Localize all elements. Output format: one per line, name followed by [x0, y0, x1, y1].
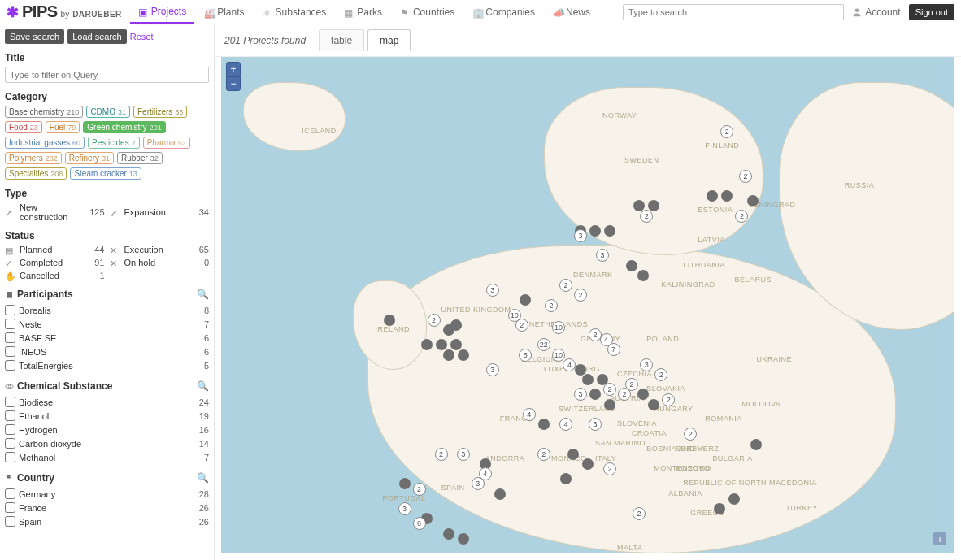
project-marker[interactable]	[520, 294, 531, 306]
project-marker[interactable]	[728, 493, 740, 505]
project-marker[interactable]	[458, 349, 469, 361]
cluster-marker[interactable]: 2	[545, 299, 558, 312]
participant-row[interactable]: BASF SE6	[5, 331, 209, 345]
project-marker[interactable]	[714, 503, 725, 514]
project-marker[interactable]	[747, 195, 759, 206]
country-checkbox[interactable]	[5, 488, 15, 499]
signout-button[interactable]: Sign out	[909, 4, 954, 20]
category-chip-food[interactable]: Food23	[5, 121, 42, 133]
participant-row[interactable]: Borealis8	[5, 303, 209, 317]
project-marker[interactable]	[637, 270, 649, 281]
cluster-marker[interactable]: 2	[603, 462, 616, 475]
project-marker[interactable]	[604, 225, 615, 237]
project-marker[interactable]	[582, 458, 594, 470]
cluster-marker[interactable]: 2	[625, 378, 638, 391]
cluster-marker[interactable]: 3	[640, 358, 653, 371]
cluster-marker[interactable]: 2	[739, 170, 752, 183]
project-marker[interactable]	[648, 399, 659, 410]
project-marker[interactable]	[560, 473, 572, 484]
project-marker[interactable]	[450, 319, 462, 331]
cluster-marker[interactable]: 2	[684, 428, 697, 441]
project-marker[interactable]	[384, 315, 395, 326]
substance-checkbox[interactable]	[5, 452, 15, 462]
cluster-marker[interactable]: 2	[720, 125, 733, 138]
cluster-marker[interactable]: 22	[537, 338, 550, 351]
nav-parks[interactable]: ▦Parks	[336, 2, 390, 23]
cluster-marker[interactable]: 2	[640, 210, 653, 223]
type-new-construction[interactable]: New construction	[20, 202, 80, 222]
project-marker[interactable]	[626, 260, 637, 271]
brand[interactable]: ✱ PIPS by DARUEBER	[7, 2, 122, 21]
project-marker[interactable]	[436, 339, 447, 350]
participant-checkbox[interactable]	[5, 305, 15, 315]
cluster-marker[interactable]: 3	[457, 448, 470, 461]
cluster-marker[interactable]: 3	[596, 249, 609, 262]
cluster-marker[interactable]: 3	[574, 388, 587, 401]
cluster-marker[interactable]: 2	[633, 507, 646, 520]
account-link[interactable]: Account	[852, 7, 900, 18]
cluster-marker[interactable]: 2	[559, 279, 572, 292]
status-completed[interactable]: Completed	[20, 258, 80, 267]
project-marker[interactable]	[721, 190, 733, 202]
project-marker[interactable]	[450, 339, 462, 350]
project-marker[interactable]	[707, 190, 718, 202]
project-marker[interactable]	[421, 339, 433, 350]
category-chip-rubber[interactable]: Rubber32	[117, 152, 163, 164]
cluster-marker[interactable]: 2	[435, 448, 448, 461]
cluster-marker[interactable]: 2	[413, 483, 426, 496]
cluster-marker[interactable]: 3	[574, 229, 587, 242]
map-info-button[interactable]: i	[933, 532, 946, 545]
cluster-marker[interactable]: 3	[398, 502, 411, 515]
cluster-marker[interactable]: 3	[486, 284, 499, 297]
nav-countries[interactable]: ⚑Countries	[392, 2, 463, 23]
type-expansion[interactable]: Expansion	[124, 207, 185, 217]
reset-link[interactable]: Reset	[130, 32, 154, 41]
status-cancelled[interactable]: Cancelled	[20, 271, 80, 280]
cluster-marker[interactable]: 2	[603, 383, 616, 396]
country-checkbox[interactable]	[5, 516, 15, 527]
tab-map[interactable]: map	[367, 29, 411, 51]
participant-checkbox[interactable]	[5, 346, 15, 357]
substance-checkbox[interactable]	[5, 424, 15, 435]
project-marker[interactable]	[589, 389, 601, 400]
tab-table[interactable]: table	[319, 29, 364, 51]
project-marker[interactable]	[567, 449, 579, 460]
project-marker[interactable]	[637, 389, 649, 400]
category-chip-fuel[interactable]: Fuel79	[46, 121, 80, 133]
participant-row[interactable]: TotalEnergies5	[5, 358, 209, 372]
participant-checkbox[interactable]	[5, 319, 15, 329]
country-search-icon[interactable]: 🔍	[197, 472, 209, 484]
category-chip-steam-cracker[interactable]: Steam cracker13	[70, 167, 141, 180]
category-chip-specialties[interactable]: Specialties208	[5, 167, 67, 180]
project-marker[interactable]	[399, 478, 411, 489]
cluster-marker[interactable]: 10	[552, 321, 565, 334]
category-chip-green-chemistry[interactable]: Green chemistry201	[83, 121, 165, 133]
project-marker[interactable]	[538, 419, 550, 430]
map-viewport[interactable]: + − i ICELANDNORWAYSWEDENFINLANDESTONIAL…	[221, 57, 954, 553]
substance-checkbox[interactable]	[5, 397, 15, 407]
participant-checkbox[interactable]	[5, 332, 15, 343]
category-chip-base-chemistry[interactable]: Base chemistry210	[5, 106, 83, 118]
project-marker[interactable]	[575, 364, 586, 376]
nav-companies[interactable]: 🏢Companies	[464, 2, 543, 23]
zoom-in-button[interactable]: +	[226, 62, 241, 76]
cluster-marker[interactable]: 3	[472, 477, 485, 490]
country-row[interactable]: Germany28	[5, 487, 209, 501]
country-row[interactable]: Spain26	[5, 514, 209, 528]
substance-row[interactable]: Hydrogen16	[5, 423, 209, 436]
global-search-input[interactable]	[623, 4, 844, 20]
category-chip-fertilizers[interactable]: Fertilizers35	[133, 106, 187, 118]
participants-search-icon[interactable]: 🔍	[197, 289, 209, 300]
cluster-marker[interactable]: 2	[654, 368, 667, 381]
nav-news[interactable]: 📣News	[545, 2, 598, 23]
participant-checkbox[interactable]	[5, 360, 15, 371]
nav-substances[interactable]: ⚛Substances	[254, 2, 335, 23]
project-marker[interactable]	[494, 488, 506, 500]
cluster-marker[interactable]: 2	[515, 319, 528, 332]
cluster-marker[interactable]: 2	[537, 448, 550, 461]
category-chip-pharma[interactable]: Pharma52	[143, 137, 190, 149]
category-chip-cdmo[interactable]: CDMO31	[86, 106, 130, 118]
category-chip-industrial-gasses[interactable]: Industrial gasses60	[5, 137, 85, 149]
cluster-marker[interactable]: 3	[589, 418, 602, 431]
country-row[interactable]: France26	[5, 501, 209, 514]
